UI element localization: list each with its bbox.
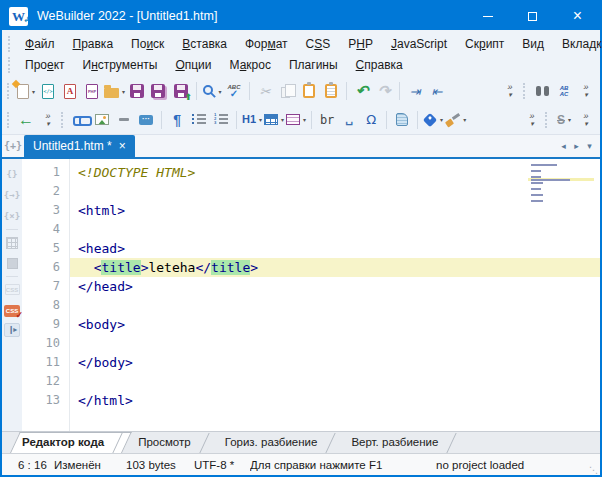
search-button[interactable]	[202, 79, 222, 103]
strikethrough-button[interactable]: S	[554, 108, 574, 132]
view-tab-Верт. разбиение[interactable]: Верт. разбиение	[339, 432, 460, 453]
close-button[interactable]: ×	[555, 2, 600, 30]
menu-item-Плагины[interactable]: Плагины	[280, 56, 347, 74]
menu-item-Вид[interactable]: Вид	[513, 35, 553, 53]
numbered-list-button[interactable]	[211, 108, 231, 132]
toolbar-overflow-button[interactable]	[576, 79, 596, 103]
insert-script-button[interactable]	[392, 108, 412, 132]
toolbar-overflow-button[interactable]	[500, 79, 520, 103]
menu-item-Опции[interactable]: Опции	[166, 56, 220, 74]
replace-button[interactable]: ABAC	[554, 79, 574, 103]
view-tab-Редактор кода[interactable]: Редактор кода	[10, 432, 126, 453]
spell-check-button[interactable]: ABC	[224, 79, 244, 103]
help-hint: Для справки нажмите F1	[250, 459, 436, 471]
document-tab[interactable]: Untitled1.htm * ×	[24, 135, 135, 157]
menu-item-CSS[interactable]: CSS	[297, 35, 340, 53]
code-explorer-icon[interactable]: {+}	[2, 135, 24, 157]
menu-item-Справка[interactable]: Справка	[347, 56, 412, 74]
code-line-12[interactable]: 12	[22, 372, 600, 391]
indent-button[interactable]	[405, 79, 425, 103]
tab-scroll-left-icon[interactable]: ◂	[557, 141, 570, 151]
insert-paragraph-button[interactable]	[167, 108, 187, 132]
code-remove-icon[interactable]: {×}	[4, 206, 20, 227]
menu-item-Скрипт[interactable]: Скрипт	[456, 35, 513, 53]
menu-item-Макрос[interactable]: Макрос	[221, 56, 280, 74]
code-line-7[interactable]: 7</head>	[22, 277, 600, 296]
code-line-10[interactable]: 10	[22, 334, 600, 353]
insert-br-button[interactable]: br	[317, 108, 337, 132]
insert-hr-button[interactable]	[114, 108, 134, 132]
code-line-6[interactable]: 6 <title>leteha</title>	[22, 258, 600, 277]
code-line-1[interactable]: 1<!DOCTYPE HTML>	[22, 163, 600, 182]
open-file-button[interactable]	[104, 79, 125, 103]
save-upload-button[interactable]: ⬆	[171, 79, 191, 103]
panel-expand-handle[interactable]	[4, 323, 20, 337]
menu-item-Инструменты[interactable]: Инструменты	[74, 56, 167, 74]
insert-comment-button[interactable]	[136, 108, 156, 132]
css-check-icon[interactable]: CSS	[4, 300, 20, 321]
save-all-button[interactable]	[149, 79, 169, 103]
toolbar-overflow-button[interactable]	[522, 108, 542, 132]
grid-tool-icon[interactable]	[6, 232, 18, 253]
code-line-11[interactable]: 11</body>	[22, 353, 600, 372]
menu-item-Вставка[interactable]: Вставка	[173, 35, 236, 53]
tab-list-icon[interactable]: ▾	[583, 141, 596, 151]
code-editor[interactable]: 1<!DOCTYPE HTML>23<html>45<head>6 <title…	[22, 159, 600, 431]
menu-item-JavaScript[interactable]: JavaScript	[382, 35, 456, 53]
menu-item-Правка[interactable]: Правка	[64, 35, 123, 53]
insert-form-button[interactable]	[286, 108, 306, 132]
view-tab-Гориз. разбиение[interactable]: Гориз. разбиение	[213, 432, 340, 453]
code-line-3[interactable]: 3<html>	[22, 201, 600, 220]
save-button[interactable]	[127, 79, 147, 103]
minimap[interactable]	[528, 163, 594, 202]
menu-item-Файл[interactable]: Файл	[16, 35, 64, 53]
code-goto-icon[interactable]: {→}	[4, 185, 20, 206]
undo-button[interactable]	[352, 79, 372, 103]
format-painter-button[interactable]	[445, 108, 466, 132]
browse-back-button[interactable]	[16, 108, 36, 132]
paste-special-button[interactable]	[321, 79, 341, 103]
insert-tag-button[interactable]	[423, 108, 443, 132]
unindent-button[interactable]	[427, 79, 447, 103]
resize-grip[interactable]	[586, 454, 600, 475]
code-snippet-icon[interactable]: {}	[7, 164, 18, 185]
bullet-list-button[interactable]	[189, 108, 209, 132]
menu-item-PHP[interactable]: PHP	[339, 35, 382, 53]
new-php-document-button[interactable]	[82, 79, 102, 103]
menu-item-Вкладка[interactable]: Вкладка	[553, 35, 602, 53]
file-size: 103 bytes	[126, 459, 194, 471]
find-in-files-button[interactable]	[532, 79, 552, 103]
maximize-button[interactable]	[510, 2, 555, 30]
toolbar-overflow-button[interactable]	[38, 108, 58, 132]
code-line-8[interactable]: 8	[22, 296, 600, 315]
insert-nbsp-button[interactable]: ␣	[339, 108, 359, 132]
toolbar-overflow-button[interactable]	[576, 108, 596, 132]
code-line-2[interactable]: 2	[22, 182, 600, 201]
new-document-button[interactable]	[16, 79, 36, 103]
menu-item-Проект[interactable]: Проект	[16, 56, 74, 74]
code-line-4[interactable]: 4	[22, 220, 600, 239]
insert-link-button[interactable]	[70, 108, 90, 132]
tab-scroll-right-icon[interactable]: ▸	[570, 141, 583, 151]
copy-button[interactable]	[277, 79, 297, 103]
redo-button[interactable]	[374, 79, 394, 103]
new-from-template-button[interactable]	[60, 79, 80, 103]
paste-button[interactable]	[299, 79, 319, 103]
heading-button[interactable]: H1	[242, 108, 262, 132]
cut-button[interactable]	[255, 79, 275, 103]
insert-image-button[interactable]	[92, 108, 112, 132]
code-line-13[interactable]: 13</html>	[22, 391, 600, 410]
tab-close-icon[interactable]: ×	[119, 140, 126, 152]
menu-item-Поиск[interactable]: Поиск	[122, 35, 173, 53]
new-html-document-button[interactable]	[38, 79, 58, 103]
block-tool-icon[interactable]	[7, 253, 18, 274]
insert-table-button[interactable]	[264, 108, 284, 132]
html-document-icon	[42, 84, 54, 99]
undo-icon	[356, 82, 369, 100]
code-line-5[interactable]: 5<head>	[22, 239, 600, 258]
special-characters-button[interactable]: Ω	[361, 108, 381, 132]
menu-item-Формат[interactable]: Формат	[236, 35, 297, 53]
minimize-button[interactable]	[465, 2, 510, 30]
code-line-9[interactable]: 9<body>	[22, 315, 600, 334]
view-tab-Просмотр[interactable]: Просмотр	[126, 432, 213, 453]
